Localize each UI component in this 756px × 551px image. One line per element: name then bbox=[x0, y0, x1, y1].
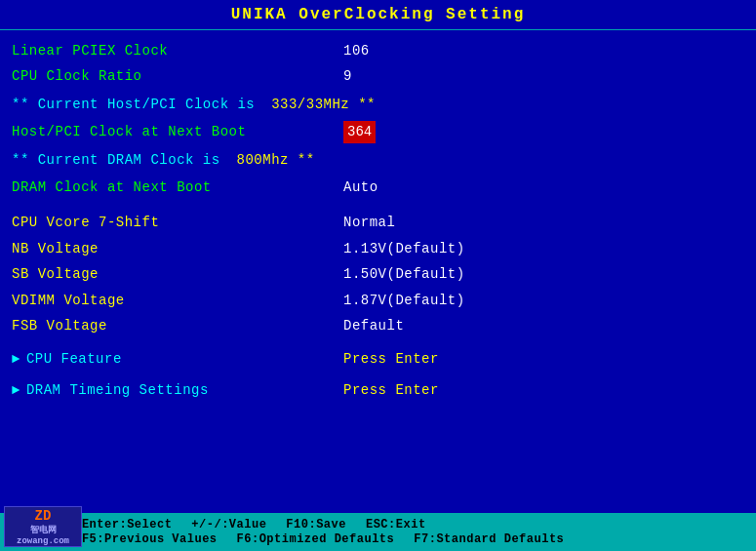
host-pci-next-boot-label: Host/PCI Clock at Next Boot bbox=[12, 121, 343, 142]
host-pci-next-boot-row: Host/PCI Clock at Next Boot 364 bbox=[12, 119, 744, 144]
bottom-select: Enter:Select bbox=[82, 518, 172, 531]
bottom-bar: ↑↓:Move Enter:Select +/-/:Value F10:Save… bbox=[0, 513, 756, 551]
dram-timeing-value: Press Enter bbox=[343, 382, 439, 398]
cpu-feature-arrow: ► bbox=[12, 351, 20, 367]
bios-screen: UNIKA OverClocking Setting Linear PCIEX … bbox=[0, 0, 756, 551]
nb-voltage-value: 1.13V(Default) bbox=[343, 238, 465, 259]
cpu-vcore-label: CPU Vcore 7-Shift bbox=[12, 212, 343, 233]
fsb-voltage-value: Default bbox=[343, 315, 404, 336]
spacer3 bbox=[12, 370, 744, 379]
linear-pciex-row: Linear PCIEX Clock 106 bbox=[12, 38, 744, 63]
nb-voltage-row: NB Voltage 1.13V(Default) bbox=[12, 236, 744, 261]
bottom-optimized: F6:Optimized Defaults bbox=[237, 532, 395, 546]
sb-voltage-value: 1.50V(Default) bbox=[343, 263, 465, 285]
vdimm-voltage-label: VDIMM Voltage bbox=[12, 290, 343, 311]
linear-pciex-value: 106 bbox=[343, 40, 370, 61]
brand-logo-text: ZD bbox=[35, 508, 52, 524]
dram-timeing-arrow: ► bbox=[12, 382, 20, 398]
fsb-voltage-label: FSB Voltage bbox=[12, 315, 343, 336]
brand-logo: ZD 智电网 zowang.com bbox=[4, 506, 82, 547]
bottom-save: F10:Save bbox=[286, 518, 346, 531]
current-host-pci-value: 333/33MHz ** bbox=[271, 97, 376, 112]
title-text: UNIKA OverClocking Setting bbox=[231, 6, 526, 23]
spacer2 bbox=[12, 338, 744, 348]
dram-clock-next-boot-label: DRAM Clock at Next Boot bbox=[12, 177, 343, 198]
bottom-row-2: F1:Help F5:Previous Values F6:Optimized … bbox=[10, 532, 746, 546]
cpu-feature-value: Press Enter bbox=[343, 351, 439, 367]
host-pci-next-boot-value[interactable]: 364 bbox=[343, 121, 376, 142]
dram-clock-next-boot-row: DRAM Clock at Next Boot Auto bbox=[12, 175, 744, 200]
vdimm-voltage-value: 1.87V(Default) bbox=[343, 290, 465, 311]
dram-timeing-label: ► DRAM Timeing Settings bbox=[12, 382, 343, 398]
fsb-voltage-row: FSB Voltage Default bbox=[12, 313, 744, 338]
cpu-clock-ratio-row: CPU Clock Ratio 9 bbox=[12, 63, 744, 89]
cpu-clock-ratio-value: 9 bbox=[343, 65, 352, 87]
main-content: Linear PCIEX Clock 106 CPU Clock Ratio 9… bbox=[0, 30, 756, 513]
vdimm-voltage-row: VDIMM Voltage 1.87V(Default) bbox=[12, 288, 744, 313]
bottom-row-1: ↑↓:Move Enter:Select +/-/:Value F10:Save… bbox=[10, 518, 746, 531]
title-bar: UNIKA OverClocking Setting bbox=[0, 0, 756, 30]
bottom-exit: ESC:Exit bbox=[366, 518, 426, 531]
current-dram-row: ** Current DRAM Clock is 800Mhz ** bbox=[12, 145, 744, 175]
current-host-pci-text: ** Current Host/PCI Clock is 333/33MHz *… bbox=[12, 92, 376, 117]
spacer1 bbox=[12, 200, 744, 210]
linear-pciex-label: Linear PCIEX Clock bbox=[12, 40, 343, 61]
cpu-clock-ratio-label: CPU Clock Ratio bbox=[12, 65, 343, 87]
dram-timeing-row[interactable]: ► DRAM Timeing Settings Press Enter bbox=[12, 379, 744, 401]
cpu-feature-label: ► CPU Feature bbox=[12, 351, 343, 367]
bottom-prev: F5:Previous Values bbox=[82, 532, 218, 546]
brand-url-text: zowang.com bbox=[17, 536, 69, 546]
bottom-value: +/-/:Value bbox=[191, 518, 266, 531]
brand-sub-text: 智电网 bbox=[30, 524, 57, 536]
cpu-feature-row[interactable]: ► CPU Feature Press Enter bbox=[12, 348, 744, 370]
sb-voltage-label: SB Voltage bbox=[12, 263, 343, 285]
current-host-pci-row: ** Current Host/PCI Clock is 333/33MHz *… bbox=[12, 90, 744, 119]
bottom-standard: F7:Standard Defaults bbox=[414, 532, 564, 546]
cpu-vcore-value: Normal bbox=[343, 212, 395, 233]
current-dram-value: 800Mhz ** bbox=[237, 152, 315, 168]
cpu-vcore-row: CPU Vcore 7-Shift Normal bbox=[12, 210, 744, 235]
dram-clock-next-boot-value: Auto bbox=[343, 177, 378, 198]
sb-voltage-row: SB Voltage 1.50V(Default) bbox=[12, 261, 744, 287]
current-dram-text: ** Current DRAM Clock is 800Mhz ** bbox=[12, 147, 315, 173]
nb-voltage-label: NB Voltage bbox=[12, 238, 343, 259]
